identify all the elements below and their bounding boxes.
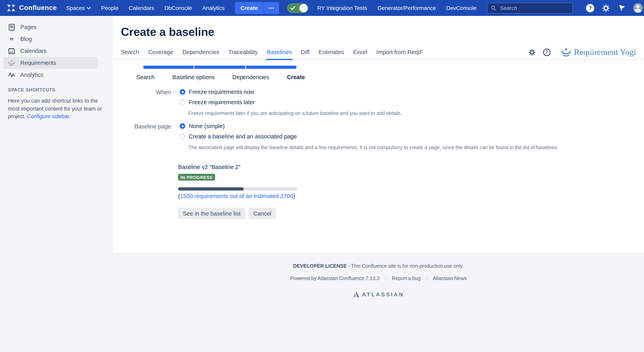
help-button[interactable]: ? xyxy=(586,3,595,13)
wizard-step-search[interactable]: Search xyxy=(136,74,155,80)
baseline-name: Baseline v2 "Baseline 2" xyxy=(178,164,644,170)
progress-caption: (1500 requirements out of an estimated 2… xyxy=(178,193,644,199)
radio-unchecked-icon xyxy=(180,134,185,139)
atlassian-mark-icon xyxy=(353,291,360,297)
baseline-creation-status: Baseline v2 "Baseline 2" IN PROGRESS (15… xyxy=(178,164,644,219)
atlassian-logo[interactable]: ATLASSIAN xyxy=(113,291,644,297)
pages-icon xyxy=(8,24,15,31)
nav-calendars[interactable]: Calendars xyxy=(129,5,154,11)
radio-associated-page[interactable]: Create a baseline and an associated page xyxy=(180,133,644,140)
sidebar-item-label: Requirements xyxy=(20,60,56,66)
tab-dependencies[interactable]: Dependencies xyxy=(182,45,219,59)
when-help-text: Freeze requirements later if you are ant… xyxy=(188,110,644,117)
ry-help-icon[interactable]: ? xyxy=(543,48,550,56)
tab-excel[interactable]: Excel xyxy=(353,45,367,59)
feedback-icon[interactable] xyxy=(617,3,627,13)
atlassian-wordmark: ATLASSIAN xyxy=(362,291,404,297)
baseline-page-label: Baseline page xyxy=(113,123,171,130)
radio-freeze-now[interactable]: Freeze requirements now xyxy=(180,89,644,95)
sidebar-item-calendars[interactable]: Calendars xyxy=(4,45,98,57)
radio-unchecked-icon xyxy=(180,99,185,105)
space-shortcuts-description: Here you can add shortcut links to the m… xyxy=(8,97,103,120)
nav-ry-integration-tests[interactable]: RY Integration Tests xyxy=(317,5,367,11)
baseline-page-help-text: The associated page will display the bas… xyxy=(188,144,644,151)
ry-settings-gear-icon[interactable] xyxy=(528,48,536,56)
creation-progress-fill xyxy=(178,187,244,191)
wizard-step-create: Create xyxy=(287,74,305,80)
wizard-progress-bar xyxy=(143,66,296,69)
requirement-yogi-logo[interactable]: Requirement Yogi xyxy=(561,47,636,57)
confluence-home-link[interactable]: Confluence xyxy=(6,3,57,13)
radio-checked-icon xyxy=(180,123,185,129)
radio-none-simple[interactable]: None (simple) xyxy=(180,123,644,129)
confluence-app: Confluence Spaces People Calendars DbCon… xyxy=(0,0,644,352)
global-search[interactable] xyxy=(487,3,573,13)
toggle-knob xyxy=(299,4,308,12)
wizard-step-dependencies[interactable]: Dependencies xyxy=(232,74,269,80)
sidebar-item-label: Pages xyxy=(20,24,36,30)
analytics-icon xyxy=(8,72,15,78)
atlassian-news-link[interactable]: Atlassian News xyxy=(433,276,467,281)
chevron-down-icon xyxy=(87,7,91,9)
tab-baselines[interactable]: Baselines xyxy=(267,45,292,59)
blog-icon: ” xyxy=(8,35,15,43)
tab-diff[interactable]: Diff xyxy=(301,45,310,59)
nav-analytics[interactable]: Analytics xyxy=(202,5,224,11)
main-content: Create a baseline Search Coverage Depend… xyxy=(113,16,644,254)
sidebar-item-pages[interactable]: Pages xyxy=(4,21,98,33)
wizard-step-baseline-options[interactable]: Baseline options xyxy=(172,74,215,80)
tab-estimates[interactable]: Estimates xyxy=(318,45,344,59)
check-icon xyxy=(290,6,295,10)
sidebar-item-label: Analytics xyxy=(20,72,43,78)
search-icon xyxy=(491,5,496,11)
see-baseline-list-button[interactable]: See in the baseline list xyxy=(178,208,245,219)
sidebar-item-label: Calendars xyxy=(20,48,46,54)
sidebar-item-blog[interactable]: ” Blog xyxy=(4,33,98,45)
when-label: When xyxy=(113,89,171,96)
yogi-icon xyxy=(8,60,15,66)
calendar-icon xyxy=(8,48,15,54)
radio-checked-icon xyxy=(180,89,185,95)
nav-generator-performance[interactable]: Generator/Performance xyxy=(378,5,436,11)
configure-sidebar-link[interactable]: Configure sidebar xyxy=(27,113,69,119)
tab-traceability[interactable]: Traceability xyxy=(228,45,258,59)
sidebar-item-analytics[interactable]: Analytics xyxy=(4,69,98,81)
ry-brand-text: Requirement Yogi xyxy=(574,47,636,57)
settings-gear-icon[interactable] xyxy=(602,3,611,13)
create-button[interactable]: Create xyxy=(235,2,263,14)
tab-import-from-reqif[interactable]: Import from ReqIF xyxy=(376,45,423,59)
yogi-logo-icon xyxy=(561,48,571,57)
creation-progress-bar xyxy=(178,187,297,191)
page-footer: DEVELOPER LICENSE - This Confluence site… xyxy=(113,263,644,297)
cancel-button[interactable]: Cancel xyxy=(248,208,276,219)
confluence-logo-icon xyxy=(6,3,16,13)
nav-people[interactable]: People xyxy=(101,5,118,11)
nav-dbconsole[interactable]: DbConsole xyxy=(164,5,192,11)
page-title: Create a baseline xyxy=(121,26,644,39)
top-navigation: Confluence Spaces People Calendars DbCon… xyxy=(0,0,644,16)
requirements-count-link[interactable]: 1500 requirements out of an estimated 27… xyxy=(180,193,293,199)
wizard-steps: Search Baseline options Dependencies Cre… xyxy=(136,74,305,80)
sidebar-item-requirements[interactable]: Requirements xyxy=(4,57,98,69)
module-tabs: Search Coverage Dependencies Traceabilit… xyxy=(113,45,644,60)
radio-freeze-later[interactable]: Freeze requirements later xyxy=(180,99,644,105)
baseline-form: When Freeze requirements now Freeze requ… xyxy=(113,89,644,157)
search-input[interactable] xyxy=(499,5,569,11)
nav-devconsole[interactable]: DevConsole xyxy=(446,5,477,11)
feature-toggle[interactable] xyxy=(287,3,308,13)
status-badge: IN PROGRESS xyxy=(178,174,215,181)
brand-name: Confluence xyxy=(19,4,57,12)
space-shortcuts-heading: SPACE SHORTCUTS xyxy=(8,88,113,92)
powered-by-line: Powered by Atlassian Confluence 7.13.3 ·… xyxy=(113,276,644,281)
create-more-button[interactable]: ••• xyxy=(263,2,279,14)
license-notice: DEVELOPER LICENSE - This Confluence site… xyxy=(113,263,644,269)
nav-spaces[interactable]: Spaces xyxy=(66,5,91,11)
space-sidebar: Pages ” Blog Calendars Requirements Anal… xyxy=(0,16,113,352)
tab-coverage[interactable]: Coverage xyxy=(148,45,173,59)
user-avatar[interactable] xyxy=(633,3,643,13)
tab-search[interactable]: Search xyxy=(121,45,139,59)
sidebar-item-label: Blog xyxy=(20,36,32,42)
report-a-bug-link[interactable]: Report a bug xyxy=(392,276,420,281)
